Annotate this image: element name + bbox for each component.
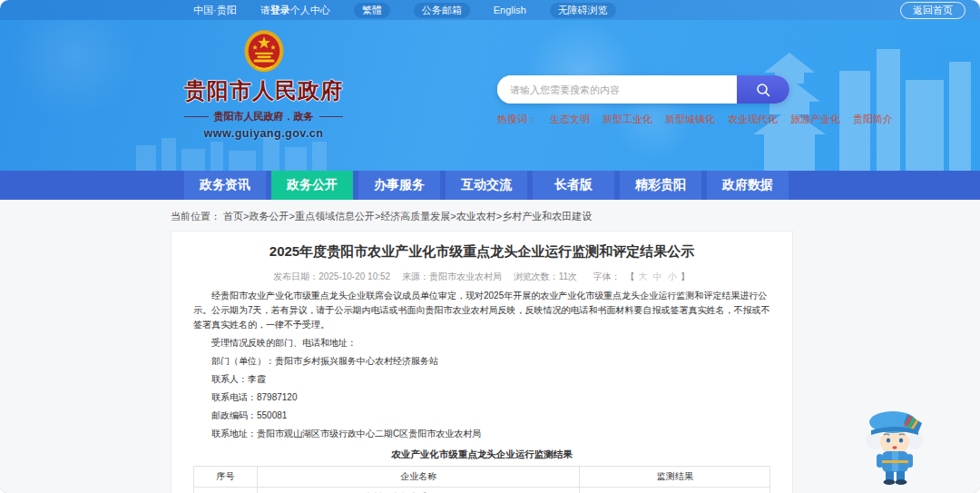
article-title: 2025年度贵阳市农业产业化市级重点龙头企业运行监测和评定结果公示 (193, 242, 770, 261)
nav-item-banshi-fuwu[interactable]: 办事服务 (358, 171, 440, 200)
accessibility-link[interactable]: 无障碍浏览 (550, 3, 616, 18)
breadcrumb-label: 当前位置： (171, 211, 220, 222)
search-bar (497, 75, 789, 104)
font-size-large[interactable]: 大 (639, 271, 648, 281)
subtitle-rule-left (184, 116, 209, 117)
nav-item-zhengwu-zixun[interactable]: 政务资讯 (184, 171, 266, 200)
traditional-chinese-link[interactable]: 繁體 (354, 3, 390, 18)
hot-word-link[interactable]: 新型工业化 (603, 113, 652, 126)
breadcrumb-path[interactable]: 首页>政务公开>重点领域信息公开>经济高质量发展>农业农村>乡村产业和农田建设 (223, 211, 592, 222)
main-navbar: 政务资讯 政务公开 办事服务 互动交流 长者版 精彩贵阳 政府数据 (0, 171, 980, 200)
hot-word-link[interactable]: 农业现代化 (728, 113, 778, 126)
article-paragraph: 联系地址：贵阳市观山湖区市级行政中心二期C区贵阳市农业农村局 (193, 427, 770, 441)
cell-no: 1 (194, 488, 258, 493)
official-mailbox-link[interactable]: 公务邮箱 (414, 3, 470, 18)
login-bold: 登录 (270, 5, 290, 15)
top-utility-bar: 中国·贵阳 请登录个人中心 繁體 公务邮箱 English 无障碍浏览 返回首页 (0, 0, 980, 20)
nav-item-jingcai-guiyang[interactable]: 精彩贵阳 (620, 171, 701, 200)
search-button[interactable] (737, 75, 789, 104)
region-link[interactable]: 中国·贵阳 (193, 4, 237, 17)
content-area: 当前位置： 首页>政务公开>重点领域信息公开>经济高质量发展>农业农村>乡村产业… (0, 200, 980, 493)
english-link[interactable]: English (494, 5, 526, 15)
search-input[interactable] (497, 75, 737, 104)
col-header-result: 监测结果 (580, 467, 770, 488)
login-suffix: 个人中心 (290, 5, 330, 15)
publish-date: 发布日期：2025-10-20 10:52 (273, 271, 390, 281)
topbar-links: 中国·贵阳 请登录个人中心 繁體 公务邮箱 English 无障碍浏览 (193, 3, 616, 18)
font-size-small[interactable]: 小 (668, 271, 677, 281)
font-size-label: 字体： (593, 271, 621, 281)
article-paragraph: 部门（单位）：贵阳市乡村振兴服务中心农村经济服务站 (193, 354, 770, 369)
nav-item-zhangzheban[interactable]: 长者版 (533, 171, 614, 200)
cell-company: 贵州合力超市采购有限公司 (257, 488, 580, 493)
search-area: 热搜词： 生态文明 新型工业化 新型城镇化 农业现代化 旅游产业化 贵阳简介 (497, 75, 801, 126)
hot-words-label: 热搜词： (497, 113, 537, 126)
site-subtitle: 贵阳市人民政府．政务 (214, 110, 314, 123)
search-icon (755, 82, 771, 98)
table-header-row: 序号 企业名称 监测结果 (194, 467, 770, 488)
cell-result: 合格 (580, 488, 770, 493)
view-count: 浏览次数：11次 (514, 271, 577, 281)
table-row: 1 贵州合力超市采购有限公司 合格 (194, 488, 770, 493)
article-body: 经贵阳市农业产业化市级重点龙头企业联席会议成员单位审定，现对2025年开展的农业… (193, 289, 770, 441)
font-size-medium[interactable]: 中 (653, 271, 662, 281)
hot-word-link[interactable]: 贵阳简介 (853, 113, 893, 126)
login-prefix: 请 (260, 5, 270, 15)
nav-item-zhengwu-gongkai-active[interactable]: 政务公开 (271, 171, 353, 200)
nav-item-hudong-jiaoliu[interactable]: 互动交流 (446, 171, 527, 200)
site-banner: 贵阳市人民政府 贵阳市人民政府．政务 www.guiyang.gov.cn (0, 20, 980, 171)
article-paragraph: 受理情况反映的部门、电话和地址： (193, 336, 770, 350)
article-meta: 发布日期：2025-10-20 10:52 来源：贵阳市农业农村局 浏览次数：1… (193, 271, 770, 283)
hot-word-link[interactable]: 生态文明 (550, 113, 590, 126)
article-panel: 2025年度贵阳市农业产业化市级重点龙头企业运行监测和评定结果公示 发布日期：2… (171, 231, 793, 493)
login-link[interactable]: 请登录个人中心 (260, 4, 330, 17)
breadcrumb: 当前位置： 首页>政务公开>重点领域信息公开>经济高质量发展>农业农村>乡村产业… (0, 200, 980, 231)
site-title: 贵阳市人民政府 (184, 76, 343, 105)
table-title: 农业产业化市级重点龙头企业运行监测结果 (193, 449, 770, 461)
site-logo: 贵阳市人民政府 贵阳市人民政府．政务 www.guiyang.gov.cn (184, 29, 343, 140)
nav-items: 政务资讯 政务公开 办事服务 互动交流 长者版 精彩贵阳 政府数据 (184, 171, 980, 200)
article-paragraph: 联系人：李霞 (193, 372, 770, 387)
article-source: 来源：贵阳市农业农村局 (402, 271, 502, 281)
hot-search-words: 热搜词： 生态文明 新型工业化 新型城镇化 农业现代化 旅游产业化 贵阳简介 (497, 113, 801, 126)
hot-word-link[interactable]: 旅游产业化 (790, 113, 840, 126)
national-emblem-icon (243, 29, 285, 74)
monitoring-results-table: 序号 企业名称 监测结果 1 贵州合力超市采购有限公司 合格 2 贵州友禾种业有… (193, 466, 770, 493)
article-paragraph: 邮政编码：550081 (193, 409, 770, 423)
city-skyline-decoration-left (136, 134, 345, 171)
browser-page: 中国·贵阳 请登录个人中心 繁體 公务邮箱 English 无障碍浏览 返回首页 (0, 0, 980, 493)
bracket-open: 【 (626, 271, 635, 281)
subtitle-rule-right (319, 116, 344, 117)
font-size-selector: 字体：【大中小】 (589, 271, 691, 281)
article-paragraph: 经贵阳市农业产业化市级重点龙头企业联席会议成员单位审定，现对2025年开展的农业… (193, 289, 770, 332)
nav-item-zhengfu-shuju[interactable]: 政府数据 (707, 171, 789, 200)
col-header-name: 企业名称 (257, 467, 580, 488)
site-url: www.guiyang.gov.cn (184, 127, 343, 140)
back-home-button[interactable]: 返回首页 (900, 2, 965, 19)
article-paragraph: 联系电话：87987120 (193, 390, 770, 405)
mascot-assistant-icon[interactable] (862, 407, 927, 487)
col-header-no: 序号 (194, 467, 258, 488)
bracket-close: 】 (681, 271, 690, 281)
hot-word-link[interactable]: 新型城镇化 (665, 113, 715, 126)
site-subtitle-row: 贵阳市人民政府．政务 (184, 110, 343, 123)
